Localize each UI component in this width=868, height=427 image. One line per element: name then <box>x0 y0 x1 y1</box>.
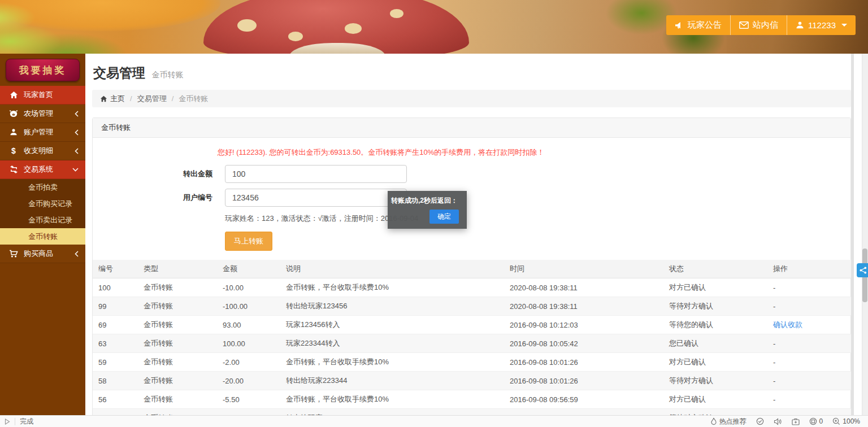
cell-description: 玩家123456转入 <box>280 316 504 334</box>
sidebar-item-trade-system[interactable]: 交易系统 <box>0 160 85 179</box>
cell-description: 转出给玩家123456 <box>280 297 504 316</box>
page-head: 交易管理 金币转账 <box>93 64 851 82</box>
cell-amount: -20.00 <box>217 372 280 390</box>
modal-message: 转账成功,2秒后返回： <box>388 191 467 206</box>
cell-action: - <box>767 390 852 409</box>
user-icon <box>9 128 18 137</box>
sidebar-item-player-home[interactable]: 玩家首页 <box>0 86 85 104</box>
cell-description: 转出给玩家223344 <box>280 409 504 416</box>
cell-amount: -10.00 <box>217 278 280 297</box>
submenu-item-gold-transfer[interactable]: 金币转账 <box>0 228 85 245</box>
gold-transfer-panel: 金币转账 您好! (112233). 您的可转出金币为:69313.50。金币转… <box>92 117 851 415</box>
cell-action: - <box>767 409 852 416</box>
submenu-item-gold-purchase-records[interactable]: 金币购买记录 <box>0 195 85 212</box>
cell-amount: -5.50 <box>217 390 280 409</box>
cell-type: 金币转账 <box>138 372 217 390</box>
lottery-button[interactable]: 我要抽奖 <box>6 59 80 81</box>
blocked-count-item[interactable]: 0 <box>809 417 823 425</box>
cell-time: 2020-08-08 19:38:11 <box>504 278 663 297</box>
cell-type: 金币转账 <box>138 409 217 416</box>
cell-status: 等待您的确认 <box>663 316 767 334</box>
table-row: 58金币转账-20.00转出给玩家2233442016-09-08 10:01:… <box>93 372 852 390</box>
cell-status: 对方已确认 <box>663 353 767 372</box>
security-check-button[interactable] <box>756 417 764 425</box>
status-left: 完成 <box>0 417 33 426</box>
table-row: 56金币转账-5.50金币转账，平台收取手续费10%2016-09-08 09:… <box>93 390 852 409</box>
mushroom-spot <box>390 9 403 18</box>
cell-time: 2016-09-08 10:12:03 <box>504 316 663 334</box>
cell-amount: -55.00 <box>217 409 280 416</box>
cell-action: - <box>767 372 852 390</box>
panel-title: 金币转账 <box>93 118 850 138</box>
cell-action: - <box>767 297 852 316</box>
table-header-row: 编号 类型 金额 说明 时间 状态 操作 <box>93 260 852 278</box>
sidebar-item-account-management[interactable]: 账户管理 <box>0 123 85 142</box>
breadcrumb-separator: / <box>130 94 132 103</box>
user-id-label: 用户编号 <box>93 193 212 203</box>
confirm-receipt-link[interactable]: 确认收款 <box>773 320 802 329</box>
modal-ok-button[interactable]: 确定 <box>429 210 459 224</box>
share-button[interactable] <box>857 263 868 277</box>
box-plus-icon <box>792 418 800 425</box>
user-id-input[interactable] <box>225 189 407 207</box>
cell-time: 2016-09-08 10:01:26 <box>504 353 663 372</box>
flame-icon <box>710 417 717 425</box>
submenu-item-gold-sell-records[interactable]: 金币卖出记录 <box>0 212 85 228</box>
cell-id: 63 <box>93 334 138 353</box>
page: 玩家公告 站内信 112233 我要抽奖 玩家首页 <box>0 0 868 427</box>
transfer-records-table: 编号 类型 金额 说明 时间 状态 操作 100金币转账-10.00金币转账，平… <box>93 260 852 415</box>
site-mail-button[interactable]: 站内信 <box>731 15 787 35</box>
cell-status: 等待对方确认 <box>663 297 767 316</box>
mushroom-spot <box>288 32 303 41</box>
cell-type: 金币转账 <box>138 390 217 409</box>
cell-status: 等待对方确认 <box>663 372 767 390</box>
cell-type: 金币转账 <box>138 353 217 372</box>
table-row: 99金币转账-100.00转出给玩家1234562020-08-08 19:38… <box>93 297 852 316</box>
inner-scrollbar-track[interactable] <box>851 54 854 415</box>
banner-leaves-decoration <box>0 3 158 54</box>
sidebar-item-label: 交易系统 <box>24 164 72 175</box>
sidebar-item-buy-goods[interactable]: 购买商品 <box>0 245 85 263</box>
cell-status: 您已确认 <box>663 334 767 353</box>
zoom-level-item[interactable]: 100% <box>832 417 860 425</box>
transfer-notice: 您好! (112233). 您的可转出金币为:69313.50。金币转账将产生1… <box>218 147 850 158</box>
scrollbar-track[interactable] <box>862 54 868 415</box>
download-box-button[interactable] <box>792 418 800 425</box>
user-icon <box>796 21 804 29</box>
share-icon <box>859 266 867 274</box>
player-announcement-button[interactable]: 玩家公告 <box>666 15 731 35</box>
status-text: 完成 <box>20 417 33 426</box>
cell-time: 2016-09-08 09:56:59 <box>504 390 663 409</box>
game-banner: 玩家公告 站内信 112233 <box>0 0 868 54</box>
cell-type: 金币转账 <box>138 334 217 353</box>
status-right: 热点推荐 0 <box>710 417 868 426</box>
header-time: 时间 <box>504 260 663 278</box>
breadcrumb-trade-management[interactable]: 交易管理 <box>137 94 167 104</box>
cell-id: 69 <box>93 316 138 334</box>
sound-button[interactable] <box>774 418 782 425</box>
transfer-success-modal: 转账成功,2秒后返回： 确定 <box>388 191 467 229</box>
sidebar-item-farm-management[interactable]: 农场管理 <box>0 104 85 123</box>
sidebar-item-label: 农场管理 <box>24 108 75 119</box>
chevron-left-icon <box>75 111 79 117</box>
hotspot-recommend-item[interactable]: 热点推荐 <box>710 417 747 426</box>
cell-time: 2016-09-08 10:05:42 <box>504 334 663 353</box>
chevron-down-icon <box>841 24 847 27</box>
amount-input[interactable] <box>225 165 407 183</box>
cell-status: 对方已确认 <box>663 278 767 297</box>
transfer-now-button[interactable]: 马上转账 <box>225 232 272 251</box>
cell-action: 确认收款 <box>767 316 852 334</box>
user-menu-button[interactable]: 112233 <box>787 15 856 35</box>
cell-action: - <box>767 278 852 297</box>
page-subtitle: 金币转账 <box>152 70 184 79</box>
sidebar-item-income-expense[interactable]: $ 收支明细 <box>0 142 85 160</box>
cell-status: 对方已确认 <box>663 390 767 409</box>
cell-id: 99 <box>93 297 138 316</box>
submenu-item-gold-auction[interactable]: 金币拍卖 <box>0 179 85 195</box>
breadcrumb-home-label: 主页 <box>110 94 125 104</box>
home-icon <box>9 90 18 99</box>
cell-amount: -100.00 <box>217 297 280 316</box>
sidebar-item-label: 账户管理 <box>24 127 75 137</box>
breadcrumb-home-link[interactable]: 主页 <box>100 94 125 104</box>
cell-status: 等待对方确认 <box>663 409 767 416</box>
